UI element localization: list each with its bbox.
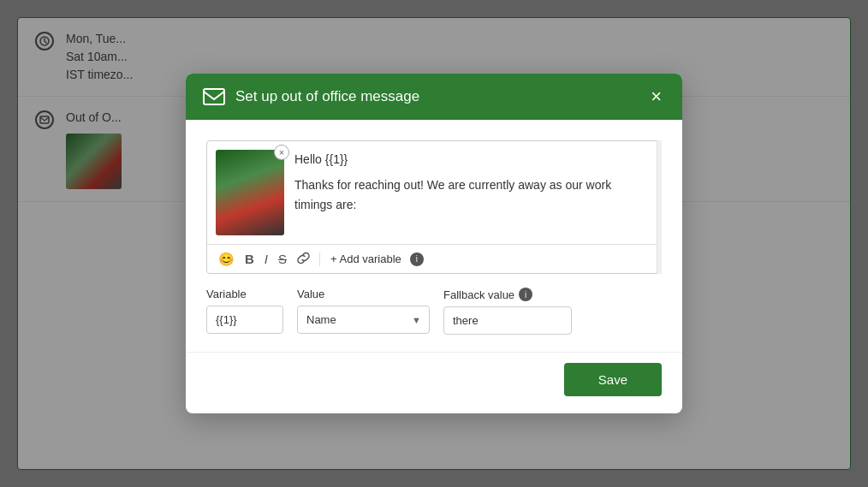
message-content: × Hello {{1}} Thanks for reaching out! W…	[207, 141, 661, 244]
scrollbar[interactable]	[657, 140, 662, 274]
strike-button[interactable]: S	[276, 251, 289, 267]
modal-header-left: Set up out of office message	[203, 88, 419, 105]
modal-overlay: Set up out of office message × × Hello {…	[0, 0, 868, 487]
italic-button[interactable]: I	[262, 251, 271, 267]
modal-footer: Save	[186, 352, 682, 413]
toolbar-divider	[319, 252, 320, 266]
save-button[interactable]: Save	[564, 363, 662, 396]
value-select-wrap: Name Email Phone Custom ▼	[297, 306, 430, 334]
message-editor-wrap: × Hello {{1}} Thanks for reaching out! W…	[206, 140, 662, 274]
value-label: Value	[297, 288, 430, 300]
value-field-group: Value Name Email Phone Custom ▼	[297, 288, 430, 334]
add-variable-button[interactable]: + Add variable	[327, 251, 405, 267]
add-variable-label: + Add variable	[330, 252, 401, 265]
fallback-info-icon[interactable]: i	[519, 288, 532, 301]
toolbar-info-icon[interactable]: i	[410, 252, 424, 266]
variable-row: Variable Value Name Email Phone Custom ▼	[206, 288, 662, 335]
bold-button[interactable]: B	[242, 251, 257, 267]
message-image-wrap: ×	[216, 150, 284, 235]
modal-body: × Hello {{1}} Thanks for reaching out! W…	[186, 120, 682, 352]
message-line-1: Hello {{1}}	[294, 150, 652, 169]
message-editor[interactable]: × Hello {{1}} Thanks for reaching out! W…	[206, 140, 662, 274]
message-text: Hello {{1}} Thanks for reaching out! We …	[294, 150, 652, 235]
link-icon	[297, 252, 310, 264]
modal-header: Set up out of office message ×	[186, 74, 682, 120]
value-select[interactable]: Name Email Phone Custom	[297, 306, 430, 334]
fallback-label: Fallback value	[443, 288, 514, 301]
link-button[interactable]	[294, 250, 312, 268]
message-line-2: Thanks for reaching out! We are currentl…	[294, 175, 652, 214]
fallback-input[interactable]	[443, 306, 572, 335]
close-button[interactable]: ×	[647, 87, 665, 106]
modal-dialog: Set up out of office message × × Hello {…	[186, 74, 682, 413]
remove-image-button[interactable]: ×	[274, 145, 289, 160]
modal-title: Set up out of office message	[235, 88, 419, 105]
variable-input[interactable]	[206, 306, 283, 334]
emoji-button[interactable]: 😊	[216, 251, 237, 267]
fallback-field-group: Fallback value i	[443, 288, 572, 335]
variable-label: Variable	[206, 288, 283, 300]
variable-field-group: Variable	[206, 288, 283, 334]
svg-rect-2	[204, 89, 224, 104]
editor-toolbar: 😊 B I S + Add variable	[207, 244, 661, 273]
fallback-label-row: Fallback value i	[443, 288, 572, 301]
mail-header-icon	[203, 88, 225, 105]
message-image	[216, 150, 284, 235]
